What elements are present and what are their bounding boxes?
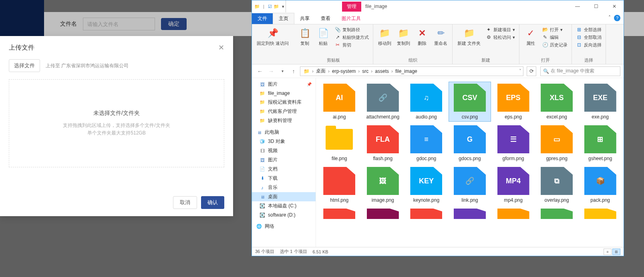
tab-share[interactable]: 共享 <box>294 13 315 24</box>
refresh-button[interactable]: ⟳ <box>527 66 536 76</box>
details-view-button[interactable]: ≡ <box>604 249 612 255</box>
recent-dropdown[interactable]: ▾ <box>278 66 287 76</box>
search-input[interactable]: 🔍 在 file_image 中搜索 <box>540 66 620 76</box>
file-item[interactable]: EPSeps.png <box>492 82 534 121</box>
manage-tab[interactable]: 管理 <box>342 2 361 12</box>
collapse-ribbon-icon[interactable]: ˄ <box>608 15 611 20</box>
file-item[interactable] <box>449 207 491 221</box>
file-item[interactable]: file.png <box>318 124 360 163</box>
file-item[interactable] <box>405 207 447 221</box>
cut-button[interactable]: ✂剪切 <box>333 41 370 48</box>
file-item[interactable]: 🔗attachment.png <box>362 82 404 121</box>
move-to-button[interactable]: 📁 移动到 <box>376 26 394 47</box>
file-item[interactable]: EXEexe.png <box>579 82 621 121</box>
breadcrumb-segment[interactable]: assets <box>373 68 390 74</box>
copy-path-button[interactable]: 📎复制路径 <box>333 26 370 33</box>
file-item[interactable]: KEYkeynote.png <box>405 165 447 205</box>
sidebar-item-folder3[interactable]: 📁缺资料管理 <box>252 116 316 125</box>
sidebar-item-thispc[interactable]: 🖥此电脑 <box>252 128 316 137</box>
sidebar-item-fileimage[interactable]: 📁file_image <box>252 89 316 98</box>
file-item[interactable]: ≡gdoc.png <box>405 124 447 163</box>
history-button[interactable]: 🕘历史记录 <box>540 41 569 48</box>
easy-access-button[interactable]: ⚙轻松访问 ▾ <box>484 34 517 41</box>
new-item-button[interactable]: ✦新建项目 ▾ <box>484 26 517 33</box>
help-icon[interactable]: ? <box>614 15 620 21</box>
sidebar-item-music[interactable]: ♪音乐 <box>252 183 316 192</box>
file-item[interactable]: ⧉overlay.png <box>536 165 578 205</box>
file-item[interactable]: ⊞gsheet.png <box>579 124 621 163</box>
file-item[interactable]: ▭gpres.png <box>536 124 578 163</box>
invert-selection-button[interactable]: ⊡反向选择 <box>574 41 603 48</box>
tab-picture-tools[interactable]: 图片工具 <box>336 13 366 24</box>
select-file-button[interactable]: 选择文件 <box>9 59 40 72</box>
pin-button[interactable]: 📌 固定到快 速访问 <box>254 26 291 47</box>
file-item[interactable]: Ggdocs.png <box>449 124 491 163</box>
maximize-button[interactable]: ☐ <box>587 0 605 12</box>
sidebar-item-folder2[interactable]: 📁代账客户管理 <box>252 107 316 116</box>
cancel-button[interactable]: 取消 <box>173 196 197 209</box>
sidebar-item-pictures2[interactable]: 🖼图片 <box>252 155 316 165</box>
sidebar-item-network[interactable]: 🌐网络 <box>252 222 316 231</box>
drop-area[interactable]: 未选择文件/文件夹 支持拖拽到此区域上传，支持选择多个文件/文件夹 单个文件夹最… <box>9 79 224 167</box>
file-thumbnail: CSV <box>454 84 486 112</box>
sidebar-item-desktop[interactable]: 🖥桌面 <box>252 192 316 201</box>
file-item[interactable]: 🔗link.png <box>449 165 491 205</box>
paste-button[interactable]: 📄 粘贴 <box>314 26 332 47</box>
file-item[interactable]: html.png <box>318 165 360 205</box>
file-item[interactable] <box>579 207 621 221</box>
paste-shortcut-button[interactable]: ↗粘贴快捷方式 <box>333 34 370 41</box>
picture-icon: 🖼 <box>259 81 266 88</box>
file-item[interactable]: XLSexcel.png <box>536 82 578 121</box>
file-item[interactable]: MP4mp4.png <box>492 165 534 205</box>
tab-view[interactable]: 查看 <box>315 13 336 24</box>
file-item[interactable] <box>492 207 534 221</box>
sidebar-item-3dobjects[interactable]: 🧊3D 对象 <box>252 137 316 146</box>
close-window-button[interactable]: ✕ <box>605 0 624 12</box>
copy-button[interactable]: 📋 复制 <box>296 26 314 47</box>
confirm-button[interactable]: 确认 <box>201 196 224 209</box>
breadcrumb[interactable]: 📁 › 桌面› erp-system› src› assets› file_im… <box>300 66 523 76</box>
file-item[interactable]: ♫audio.png <box>405 82 447 121</box>
file-item[interactable]: ☰gform.png <box>492 124 534 163</box>
breadcrumb-segment[interactable]: file_image <box>394 68 419 74</box>
file-item[interactable]: 📦pack.png <box>579 165 621 205</box>
new-folder-button[interactable]: 📁 新建 文件夹 <box>455 26 483 47</box>
thumbnails-view-button[interactable]: ⊞ <box>612 249 620 255</box>
rename-button[interactable]: ✏ 重命名 <box>432 26 450 47</box>
file-item[interactable] <box>536 207 578 221</box>
select-none-button[interactable]: ⊟全部取消 <box>574 34 603 41</box>
copy-to-button[interactable]: 📁 复制到 <box>394 26 413 47</box>
check-icon[interactable]: ☑ <box>268 3 273 10</box>
modal-close-button[interactable]: ✕ <box>218 43 224 52</box>
sidebar-item-folder1[interactable]: 📁报税记账资料库 <box>252 98 316 107</box>
file-item[interactable] <box>318 207 360 221</box>
tab-home[interactable]: 主页 <box>273 13 294 24</box>
qat-dropdown-icon[interactable]: ▾ <box>280 3 286 10</box>
delete-button[interactable]: ✕ 删除 <box>413 26 431 47</box>
tab-file[interactable]: 文件 <box>252 13 273 24</box>
sidebar-item-documents[interactable]: 📄文档 <box>252 165 316 174</box>
breadcrumb-segment[interactable]: 桌面 <box>314 68 327 74</box>
open-button[interactable]: 📂打开 ▾ <box>540 26 569 33</box>
file-item[interactable]: FLAflash.png <box>362 124 404 163</box>
breadcrumb-dropdown-icon[interactable]: ˅ <box>519 68 521 74</box>
forward-button[interactable]: → <box>266 66 276 76</box>
breadcrumb-segment[interactable]: src <box>360 68 370 74</box>
sidebar-item-pictures[interactable]: 🖼图片📌 <box>252 80 316 89</box>
select-all-button[interactable]: ⊞全部选择 <box>574 26 603 33</box>
sidebar-item-videos[interactable]: 🎞视频 <box>252 146 316 155</box>
file-item[interactable] <box>362 207 404 221</box>
sidebar-item-disk-c[interactable]: 💽本地磁盘 (C:) <box>252 201 316 211</box>
properties-button[interactable]: ✓ 属性 <box>522 26 539 47</box>
sidebar-item-disk-d[interactable]: 💽software (D:) <box>252 211 316 219</box>
edit-button[interactable]: ✎编辑 <box>540 34 569 41</box>
file-pane[interactable]: AIai.png🔗attachment.png♫audio.pngCSVcsv.… <box>316 78 624 247</box>
breadcrumb-segment[interactable]: erp-system <box>330 68 357 74</box>
file-item[interactable]: 🖼image.png <box>362 165 404 205</box>
back-button[interactable]: ← <box>255 66 265 76</box>
minimize-button[interactable]: — <box>568 0 587 12</box>
file-item[interactable]: AIai.png <box>318 82 360 121</box>
file-item[interactable]: CSVcsv.png <box>449 82 491 121</box>
up-button[interactable]: ↑ <box>289 66 298 76</box>
sidebar-item-downloads[interactable]: ⬇下载 <box>252 174 316 183</box>
